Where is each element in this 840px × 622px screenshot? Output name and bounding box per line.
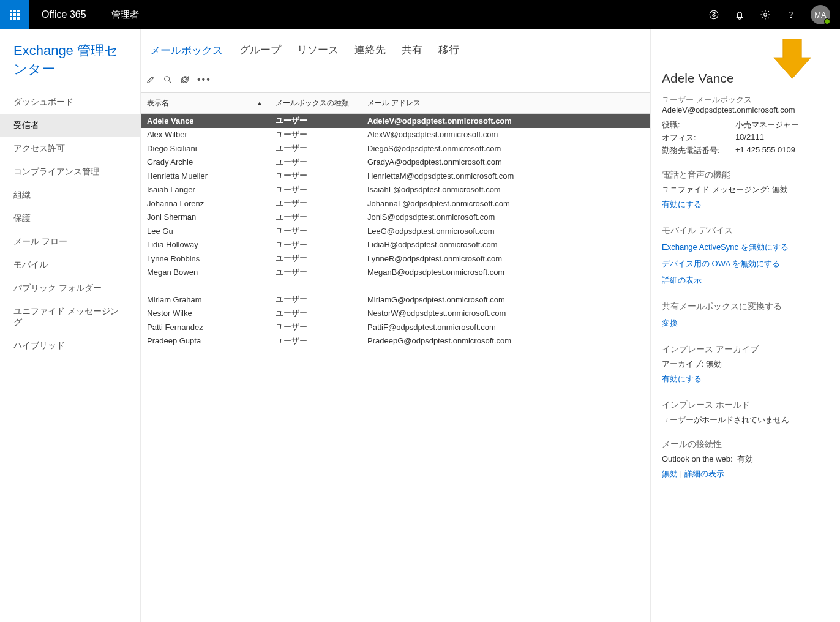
view-connectivity-link[interactable]: 詳細の表示 — [684, 468, 724, 479]
svg-point-1 — [764, 13, 767, 17]
svg-point-0 — [710, 10, 718, 19]
table-row[interactable]: Nestor WilkeユーザーNestorW@odpsdptest.onmic… — [141, 307, 650, 321]
sort-asc-icon: ▲ — [257, 100, 263, 107]
table-row[interactable]: Lynne RobbinsユーザーLynneR@odpsdptest.onmic… — [141, 252, 650, 266]
archive-header: インプレース アーカイブ — [662, 344, 831, 355]
nav-item[interactable]: アクセス許可 — [0, 137, 140, 160]
toolbar: ••• — [141, 74, 650, 92]
nav-item[interactable]: ハイブリッド — [0, 334, 140, 358]
table-row[interactable]: Miriam GrahamユーザーMiriamG@odpsdptest.onmi… — [141, 293, 650, 307]
top-bar: Office 365 管理者 MA — [0, 0, 840, 29]
notifications-icon[interactable] — [733, 9, 746, 21]
table-row[interactable]: Alex WilberユーザーAlexW@odpsdptest.onmicros… — [141, 128, 650, 142]
presence-dot — [824, 18, 830, 24]
content-area: メールボックスグループリソース連絡先共有移行 ••• 表示名 ▲ メールボックス… — [141, 29, 650, 622]
hold-header: インプレース ホールド — [662, 400, 831, 411]
more-icon[interactable]: ••• — [197, 74, 211, 85]
nav-item[interactable]: 組織 — [0, 184, 140, 207]
detail-type: ユーザー メールボックス — [662, 94, 831, 105]
tab[interactable]: 移行 — [435, 42, 463, 59]
table-row[interactable]: Patti FernandezユーザーPattiF@odpsdptest.onm… — [141, 320, 650, 334]
enable-archive-link[interactable]: 有効にする — [662, 373, 702, 384]
mobile-header: モバイル デバイス — [662, 225, 831, 236]
tab[interactable]: 共有 — [398, 42, 426, 59]
column-header-email[interactable]: メール アドレス — [361, 93, 650, 113]
column-header-name[interactable]: 表示名 ▲ — [141, 93, 269, 113]
column-header-type[interactable]: メールボックスの種類 — [269, 93, 361, 113]
table-row[interactable]: Isaiah LangerユーザーIsaiahL@odpsdptest.onmi… — [141, 183, 650, 197]
app-title: Exchange 管理センター — [0, 42, 140, 91]
disable-owa-devices-link[interactable]: デバイス用の OWA を無効にする — [662, 258, 780, 269]
view-mobile-details-link[interactable]: 詳細の表示 — [662, 275, 702, 286]
nav-item[interactable]: ユニファイド メッセージング — [0, 300, 140, 334]
nav-item[interactable]: 受信者 — [0, 114, 140, 137]
svg-point-3 — [165, 77, 170, 81]
skype-icon[interactable] — [708, 9, 720, 21]
nav-item[interactable]: ダッシュボード — [0, 91, 140, 114]
admin-label[interactable]: 管理者 — [99, 9, 151, 21]
tab[interactable]: リソース — [293, 42, 342, 59]
table-row[interactable]: Joni ShermanユーザーJoniS@odpsdptest.onmicro… — [141, 211, 650, 225]
annotation-arrow — [769, 34, 816, 81]
tab[interactable]: 連絡先 — [351, 42, 389, 59]
avatar[interactable]: MA — [811, 5, 830, 24]
enable-um-link[interactable]: 有効にする — [662, 199, 702, 210]
avatar-initials: MA — [814, 10, 827, 20]
tab[interactable]: グループ — [236, 42, 285, 59]
connectivity-header: メールの接続性 — [662, 439, 831, 450]
nav-item[interactable]: モバイル — [0, 253, 140, 277]
table-row[interactable]: Megan BowenユーザーMeganB@odpsdptest.onmicro… — [141, 266, 650, 280]
search-icon[interactable] — [163, 75, 173, 84]
detail-panel: Adele Vance ユーザー メールボックス AdeleV@odpsdpte… — [650, 29, 840, 622]
convert-header: 共有メールボックスに変換する — [662, 301, 831, 312]
refresh-icon[interactable] — [180, 75, 190, 84]
table-row[interactable]: Grady ArchieユーザーGradyA@odpsdptest.onmicr… — [141, 156, 650, 170]
nav-item[interactable]: コンプライアンス管理 — [0, 160, 140, 184]
settings-icon[interactable] — [759, 9, 771, 21]
edit-icon[interactable] — [146, 75, 156, 84]
disable-owa-link[interactable]: 無効 — [662, 468, 678, 479]
tabs-row: メールボックスグループリソース連絡先共有移行 — [141, 42, 650, 74]
table-row[interactable]: Lidia HollowayユーザーLidiaH@odpsdptest.onmi… — [141, 238, 650, 252]
disable-eas-link[interactable]: Exchange ActiveSync を無効にする — [662, 242, 789, 253]
brand-label[interactable]: Office 365 — [29, 0, 99, 29]
help-icon[interactable] — [785, 9, 797, 21]
phone-voice-header: 電話と音声の機能 — [662, 170, 831, 181]
nav-item[interactable]: パブリック フォルダー — [0, 277, 140, 300]
table-row[interactable]: Diego SicilianiユーザーDiegoS@odpsdptest.onm… — [141, 141, 650, 156]
table-row[interactable]: Johanna LorenzユーザーJohannaL@odpsdptest.on… — [141, 197, 650, 211]
convert-link[interactable]: 変換 — [662, 318, 678, 329]
tab[interactable]: メールボックス — [146, 42, 227, 59]
app-launcher-button[interactable] — [0, 0, 29, 29]
nav-item[interactable]: 保護 — [0, 207, 140, 230]
svg-point-2 — [791, 17, 792, 18]
detail-email: AdeleV@odpsdptest.onmicrosoft.com — [662, 105, 831, 114]
sidebar: Exchange 管理センター ダッシュボード受信者アクセス許可コンプライアンス… — [0, 29, 141, 622]
table-row[interactable]: Adele VanceユーザーAdeleV@odpsdptest.onmicro… — [141, 114, 650, 128]
nav-item[interactable]: メール フロー — [0, 230, 140, 253]
mailbox-table: 表示名 ▲ メールボックスの種類 メール アドレス Adele Vanceユーザ… — [141, 92, 650, 348]
table-row[interactable]: Henrietta MuellerユーザーHenriettaM@odpsdpte… — [141, 169, 650, 183]
waffle-icon — [10, 10, 20, 20]
table-row[interactable]: Pradeep GuptaユーザーPradeepG@odpsdptest.onm… — [141, 334, 650, 348]
table-row[interactable]: Lee GuユーザーLeeG@odpsdptest.onmicrosoft.co… — [141, 224, 650, 238]
